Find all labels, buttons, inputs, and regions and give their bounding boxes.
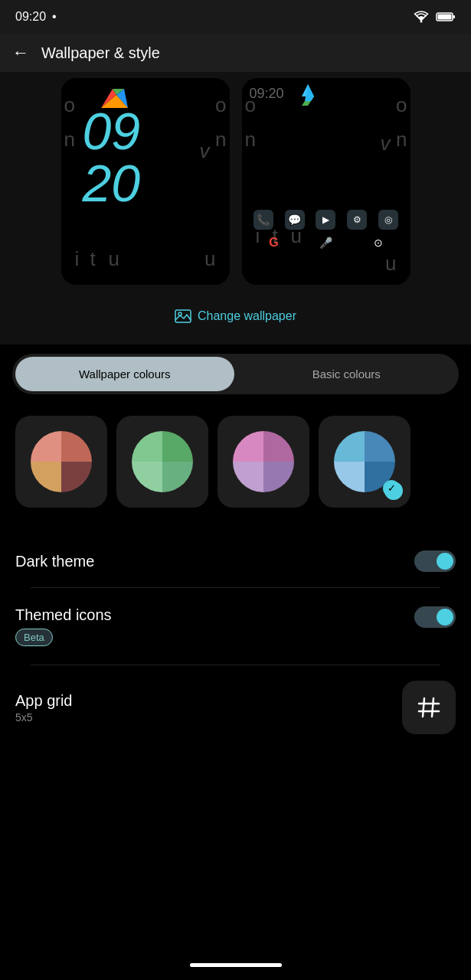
preview-time-display: 09 20 [83, 105, 141, 209]
bg-letter-u1: u [109, 247, 119, 271]
swatch-4-checkmark: ✓ [384, 482, 403, 500]
swatch-1-q3 [31, 462, 61, 492]
status-time: 09:20 [15, 10, 46, 24]
change-wallpaper-section: Change wallpaper [0, 300, 471, 345]
dark-theme-toggle[interactable] [414, 550, 456, 572]
app-grid-sublabel: 5x5 [15, 711, 73, 724]
dark-theme-row: Dark theme [15, 535, 456, 587]
image-icon [175, 309, 191, 323]
tab-wallpaper-colours[interactable]: Wallpaper colours [15, 357, 234, 391]
swatch-1-q2 [61, 431, 92, 462]
swatch-2-q2 [162, 431, 193, 462]
phone-screen-2: o n 09:20 o n v i t u [242, 78, 410, 285]
app-grid-icon-button[interactable] [402, 681, 456, 734]
bg-letter-u2r: u [385, 252, 396, 276]
app-icon-phone: 📞 [253, 210, 273, 230]
swatch-3-q4 [263, 462, 294, 492]
swatch-1-q1 [31, 431, 61, 462]
preview-2-time: 09:20 [250, 86, 284, 102]
themed-icons-toggle[interactable] [414, 606, 456, 628]
swatch-3[interactable] [218, 416, 309, 508]
bottom-nav-bar [0, 949, 471, 980]
bg-letter-o-1: o [64, 93, 75, 117]
app-icon-settings: ⚙ [347, 210, 367, 230]
swatch-2-q4 [162, 462, 193, 492]
change-wallpaper-label: Change wallpaper [198, 309, 296, 323]
dark-theme-label: Dark theme [15, 553, 94, 570]
bg-letter-o-r2: o [396, 93, 407, 117]
tab-basic-colours[interactable]: Basic colours [237, 357, 456, 391]
swatch-4-q4 [365, 462, 395, 492]
status-dot: • [52, 10, 57, 24]
swatch-4-circle [334, 431, 395, 492]
app-grid-row[interactable]: App grid 5x5 [15, 665, 456, 750]
swatch-3-q3 [233, 462, 263, 492]
bg-letter-v-r2: v [381, 132, 391, 155]
bottom-home-indicator [190, 963, 282, 967]
svg-rect-2 [453, 15, 455, 18]
svg-point-0 [420, 21, 423, 23]
settings-section: Dark theme Themed icons Beta App grid 5x… [0, 520, 471, 765]
wifi-icon [413, 11, 430, 23]
swatch-4-q1 [334, 431, 365, 462]
swatch-2-q3 [132, 462, 162, 492]
swatch-2-circle [132, 431, 193, 492]
swatch-3-circle [233, 431, 294, 492]
back-button[interactable]: ← [12, 43, 29, 63]
top-bar: ← Wallpaper & style [0, 34, 471, 72]
app-icon-lens: ⊙ [368, 233, 388, 253]
swatch-4-q2 [365, 431, 395, 462]
swatch-1[interactable] [15, 416, 107, 508]
bg-letter-n-r2: n [396, 128, 407, 152]
app-icon-msg: 💬 [285, 210, 305, 230]
swatch-3-q1 [233, 431, 263, 462]
svg-rect-3 [438, 15, 452, 20]
app-icon-mic: 🎤 [316, 233, 336, 253]
phone-screen-1: o n 09 20 o n v i t [61, 78, 230, 285]
svg-line-15 [432, 698, 433, 717]
wallpaper-preview-container: o n 09 20 o n v i t [0, 72, 471, 300]
bg-letter-n-r1: n [215, 128, 226, 152]
swatch-2-q1 [132, 431, 162, 462]
grid-hash-icon [417, 695, 441, 720]
bg-letter-v-r1: v [200, 139, 210, 163]
flutter-logo [296, 84, 320, 109]
swatch-4-q3 [334, 462, 365, 492]
phone-preview-2: o n 09:20 o n v i t u [242, 78, 410, 285]
bg-letter-n-1: n [64, 128, 75, 152]
bg-letter-n-2: n [245, 128, 256, 152]
swatches-row: ✓ [0, 403, 471, 520]
swatch-2[interactable] [116, 416, 208, 508]
app-grid-label-group: App grid 5x5 [15, 692, 73, 724]
swatch-3-q2 [263, 431, 294, 462]
app-grid-label: App grid [15, 692, 73, 710]
swatch-1-q4 [61, 462, 92, 492]
page-title: Wallpaper & style [41, 44, 160, 62]
battery-icon [436, 11, 456, 22]
app-icon-g: G [264, 233, 284, 253]
dark-theme-label-group: Dark theme [15, 553, 94, 570]
themed-icons-row: Themed icons Beta [15, 588, 456, 652]
status-icons [413, 11, 456, 23]
themed-icons-label: Themed icons [15, 606, 112, 624]
swatch-1-circle [31, 431, 92, 492]
app-icon-gear: ◎ [378, 210, 398, 230]
app-icon-play: ▶ [316, 210, 335, 230]
tabs-container: Wallpaper colours Basic colours [12, 354, 459, 394]
dark-theme-toggle-knob [437, 553, 453, 570]
bg-letter-t1: t [90, 247, 96, 271]
beta-badge: Beta [15, 629, 53, 646]
themed-icons-toggle-knob [437, 609, 453, 626]
bg-letter-o-r1: o [215, 93, 226, 117]
phone-preview-1: o n 09 20 o n v i t [61, 78, 230, 285]
status-bar: 09:20 • [0, 0, 471, 34]
swatch-4[interactable]: ✓ [319, 416, 410, 508]
themed-icons-label-group: Themed icons Beta [15, 606, 112, 646]
app-icons-row1: 📞 💬 ▶ ⚙ ◎ [248, 210, 404, 230]
change-wallpaper-button[interactable]: Change wallpaper [159, 300, 312, 332]
bg-letter-u1r: u [204, 247, 215, 271]
bg-letter-i1: i [75, 247, 80, 271]
app-icons-row2: G 🎤 ⊙ [248, 233, 404, 253]
svg-line-14 [423, 698, 424, 717]
